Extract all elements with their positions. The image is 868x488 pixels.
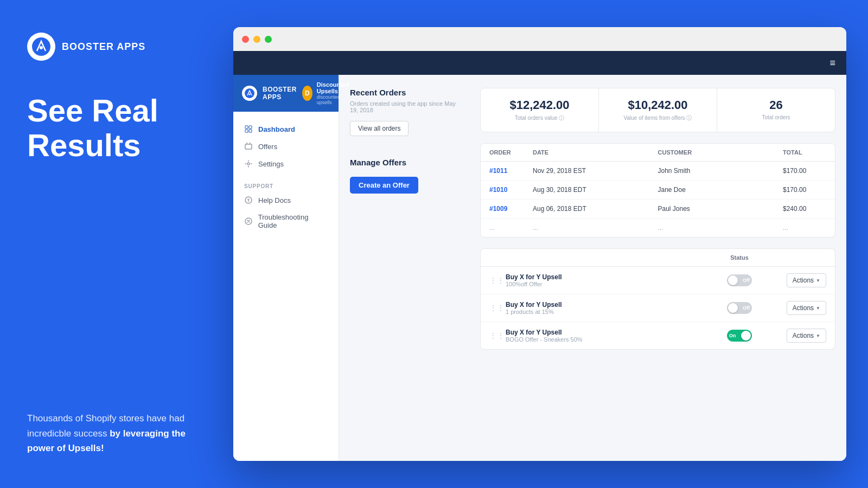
svg-point-3 [249, 94, 251, 95]
order-customer-1009: Paul Jones [658, 205, 783, 213]
left-column: Recent Orders Orders created using the a… [339, 75, 469, 461]
traffic-light-red[interactable] [242, 36, 249, 43]
sidebar-brand: BOOSTER APPS [263, 86, 297, 101]
offer-info-3: Buy X for Y Upsell BOGO Offer - Sneakers… [506, 329, 707, 343]
order-link-1011[interactable]: #1011 [489, 167, 533, 175]
headline-line1: See Real [27, 93, 201, 128]
order-date-1011: Nov 29, 2018 EST [533, 167, 658, 175]
offer-name-1: Buy X for Y Upsell [506, 273, 707, 281]
order-total-1011: $170.00 [783, 167, 826, 175]
actions-button-1[interactable]: Actions [787, 273, 826, 287]
browser-chrome [233, 27, 846, 51]
sidebar-item-offers[interactable]: Offers [233, 138, 339, 155]
offer-row-3: ⋮⋮ Buy X for Y Upsell BOGO Offer - Sneak… [481, 322, 835, 349]
toggle-1[interactable]: Off [707, 274, 772, 286]
create-offer-button[interactable]: Create an Offer [350, 177, 418, 194]
col-order: Order [489, 149, 533, 156]
table-row-ellipsis: ... ... ... ... [481, 219, 835, 237]
sidebar-item-dashboard[interactable]: Dashboard [233, 120, 339, 138]
sidebar: BOOSTER APPS D Discounted Upsells discou… [233, 75, 339, 461]
offer-row-2: ⋮⋮ Buy X for Y Upsell 1 products at 15% … [481, 294, 835, 322]
col-drag [489, 254, 506, 261]
headline-line2: Results [27, 128, 201, 163]
traffic-light-green[interactable] [265, 36, 272, 43]
col-status: Status [707, 254, 772, 261]
offers-section: Status ⋮⋮ Buy X for Y Upsell 100%off Off… [480, 248, 835, 350]
subtext: Thousands of Shopify stores have had inc… [27, 389, 201, 455]
dashboard-icon [244, 125, 253, 133]
col-date: Date [533, 149, 658, 156]
offer-info-2: Buy X for Y Upsell 1 products at 15% [506, 301, 707, 315]
stat-total-orders-value: $12,242.00 Total orders value ⓘ [481, 88, 599, 132]
drag-handle-1[interactable]: ⋮⋮ [489, 276, 506, 285]
guide-icon [244, 217, 253, 226]
help-icon [244, 196, 253, 204]
sidebar-label-offers: Offers [258, 143, 277, 151]
actions-container-1: Actions [772, 273, 826, 287]
actions-container-2: Actions [772, 301, 826, 315]
hamburger-icon[interactable]: ≡ [829, 57, 835, 69]
order-link-1010[interactable]: #1010 [489, 186, 533, 194]
table-row: #1011 Nov 29, 2018 EST John Smith $170.0… [481, 162, 835, 181]
svg-rect-5 [249, 126, 252, 129]
order-customer-1011: John Smith [658, 167, 783, 175]
order-total-1009: $240.00 [783, 205, 826, 213]
nav-section: Dashboard Offers [233, 112, 339, 177]
svg-point-11 [248, 202, 249, 202]
sidebar-label-help: Help Docs [258, 196, 291, 204]
settings-icon [244, 159, 253, 168]
support-section-label: SUPPORT [233, 177, 339, 191]
stat-value-1: $12,242.00 [492, 98, 588, 112]
orders-table-header: Order Date Customer Total [481, 144, 835, 162]
order-date-1009: Aug 06, 2018 EDT [533, 205, 658, 213]
app-topbar: ≡ [233, 51, 846, 75]
sidebar-header: BOOSTER APPS D Discounted Upsells discou… [233, 75, 339, 112]
svg-rect-6 [245, 130, 248, 132]
offer-desc-1: 100%off Offer [506, 281, 707, 287]
col-customer: Customer [658, 149, 783, 156]
offer-name-2: Buy X for Y Upsell [506, 301, 707, 309]
svg-rect-7 [249, 130, 252, 132]
recent-orders-title: Recent Orders [350, 88, 458, 97]
offer-info-1: Buy X for Y Upsell 100%off Offer [506, 273, 707, 287]
offer-name-3: Buy X for Y Upsell [506, 329, 707, 336]
actions-button-3[interactable]: Actions [787, 329, 826, 343]
recent-orders-subtitle: Orders created using the app since May 1… [350, 100, 458, 113]
sidebar-item-settings[interactable]: Settings [233, 155, 339, 172]
brand-name: BOOSTER APPS [62, 41, 145, 53]
toggle-switch-2[interactable]: Off [727, 302, 752, 314]
order-customer-1010: Jane Doe [658, 186, 783, 194]
view-all-orders-button[interactable]: View all orders [350, 121, 409, 136]
stat-value-2: $10,242.00 [610, 98, 706, 112]
table-row: #1010 Aug 30, 2018 EDT Jane Doe $170.00 [481, 181, 835, 200]
svg-rect-4 [245, 126, 248, 129]
toggle-2[interactable]: Off [707, 302, 772, 314]
stat-items-from-offers: $10,242.00 Value of items from offers ⓘ [599, 88, 717, 132]
order-link-1009[interactable]: #1009 [489, 205, 533, 213]
main-content: Recent Orders Orders created using the a… [339, 75, 846, 461]
col-total: Total [783, 149, 826, 156]
toggle-3[interactable]: On [707, 330, 772, 342]
toggle-switch-3[interactable]: On [727, 330, 752, 342]
offer-row-1: ⋮⋮ Buy X for Y Upsell 100%off Offer Off [481, 267, 835, 294]
sidebar-item-troubleshooting[interactable]: Troubleshooting Guide [233, 209, 339, 234]
offers-table-header: Status [481, 249, 835, 267]
offer-desc-2: 1 products at 15% [506, 309, 707, 315]
order-date-1010: Aug 30, 2018 EDT [533, 186, 658, 194]
stat-label-1: Total orders value ⓘ [492, 114, 588, 122]
logo-area: BOOSTER APPS [27, 33, 201, 61]
actions-button-2[interactable]: Actions [787, 301, 826, 315]
traffic-light-yellow[interactable] [253, 36, 260, 43]
sidebar-label-dashboard: Dashboard [258, 125, 295, 133]
sidebar-item-help[interactable]: Help Docs [233, 191, 339, 209]
manage-offers-title: Manage Offers [350, 158, 458, 167]
user-avatar: D [302, 86, 312, 101]
stat-label-2: Value of items from offers ⓘ [610, 114, 706, 122]
toggle-switch-1[interactable]: Off [727, 274, 752, 286]
sidebar-label-troubleshooting: Troubleshooting Guide [258, 213, 328, 229]
svg-point-1 [40, 46, 43, 49]
browser-window: ≡ BOOSTER APPS D [233, 27, 846, 461]
svg-rect-8 [245, 144, 252, 149]
drag-handle-3[interactable]: ⋮⋮ [489, 331, 506, 340]
drag-handle-2[interactable]: ⋮⋮ [489, 304, 506, 312]
